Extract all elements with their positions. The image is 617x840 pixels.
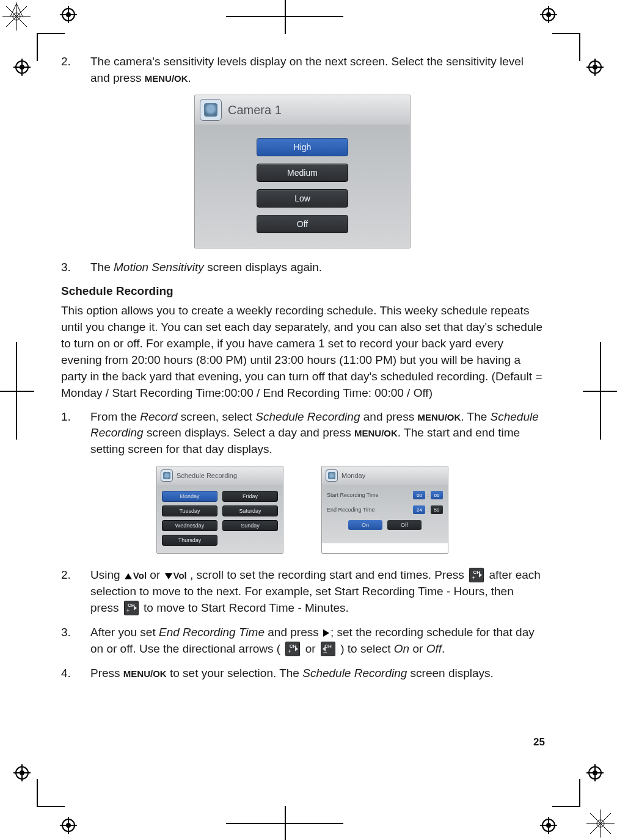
svg-point-31 [20, 65, 24, 70]
step-text: Press [90, 667, 123, 679]
menuok-label: MENU/OK [354, 428, 398, 438]
step-2: 2. The camera's sensitivity levels displ… [61, 54, 544, 86]
crop-mark-icon [0, 391, 34, 392]
day-friday[interactable]: Friday [222, 491, 278, 502]
ch-left-icon: CH− [321, 642, 335, 656]
step-text: or [302, 642, 318, 655]
menuok-label: MENU/OK [417, 412, 461, 422]
step-number: 2. [61, 54, 90, 86]
section-paragraph: This option allows you to create a weekl… [61, 303, 544, 402]
italic-term: Motion Sensitivity [114, 261, 204, 273]
day-monday[interactable]: Monday [162, 491, 217, 502]
step-text: After you set [90, 626, 159, 639]
ch-right-icon: CH+ [469, 568, 484, 582]
registration-starburst-icon [1, 1, 32, 32]
step-number: 2. [61, 567, 90, 616]
crop-mark-icon [37, 33, 38, 61]
day-saturday[interactable]: Saturday [222, 505, 278, 516]
manual-page: 2. The camera's sensitivity levels displ… [0, 0, 617, 840]
end-min[interactable]: 59 [431, 505, 443, 514]
day-wednesday[interactable]: Wednesday [162, 520, 217, 531]
step-text: and press [360, 410, 417, 423]
toggle-off[interactable]: Off [387, 520, 422, 530]
camera-icon [326, 469, 338, 482]
right-triangle-icon [323, 629, 329, 637]
step-text: . [188, 71, 191, 84]
vol-label: Vol [133, 570, 147, 581]
step-text: to set your selection. The [167, 667, 303, 679]
step-text: ) to select [337, 642, 394, 655]
svg-point-43 [593, 770, 597, 775]
svg-point-15 [66, 12, 71, 17]
start-min[interactable]: 00 [431, 491, 443, 499]
screenshot-title: Schedule Recording [177, 472, 237, 479]
crop-mark-icon [226, 16, 343, 17]
screenshot-header: Camera 1 [195, 95, 410, 125]
ch-right-icon: CH+ [285, 642, 300, 656]
registration-mark-icon [13, 764, 31, 781]
registration-mark-icon [60, 6, 77, 23]
step-text: From the [90, 410, 140, 423]
crop-mark-icon [16, 342, 17, 440]
option-medium[interactable]: Medium [257, 164, 348, 182]
step-text: screen displays. [407, 667, 494, 679]
crop-mark-icon [600, 342, 601, 440]
option-high[interactable]: High [257, 138, 348, 156]
step-2b: 2. Using Vol or Vol , scroll to set the … [61, 567, 544, 616]
registration-mark-icon [540, 6, 557, 23]
italic-term: On [394, 642, 409, 655]
step-3b: 3. After you set End Recording Time and … [61, 625, 544, 657]
step-text: or [409, 642, 426, 655]
crop-mark-icon [285, 0, 286, 34]
italic-term: Record [140, 410, 177, 423]
crop-mark-icon [579, 779, 580, 807]
option-off[interactable]: Off [257, 215, 348, 233]
day-thursday[interactable]: Thursday [162, 535, 217, 546]
crop-mark-icon [226, 823, 343, 824]
crop-mark-icon [552, 33, 580, 34]
menuok-label: MENU/OK [145, 73, 188, 84]
step-text: screen, select [178, 410, 256, 423]
day-sunday[interactable]: Sunday [222, 520, 278, 531]
menuok-label: MENU/OK [123, 668, 167, 679]
dual-screenshots: Schedule Recording Monday Friday Tuesday… [61, 466, 544, 554]
day-detail-screenshot: Monday Start Recording Time 00:00 End Re… [321, 466, 448, 554]
italic-term: Schedule Recording [255, 410, 360, 423]
start-time-label: Start Recording Time [327, 492, 379, 498]
registration-mark-icon [586, 59, 604, 76]
step-text: . The [461, 410, 490, 423]
crop-mark-icon [552, 806, 580, 807]
vol-label: Vol [173, 570, 187, 581]
registration-starburst-icon [585, 808, 616, 839]
option-low[interactable]: Low [257, 189, 348, 208]
crop-mark-icon [37, 779, 38, 807]
step-text: screen displays again. [204, 261, 322, 273]
registration-mark-icon [586, 764, 604, 781]
step-text: screen displays. Select a day and press [144, 426, 354, 439]
italic-term: Off [426, 642, 442, 655]
screenshot-title: Monday [341, 472, 365, 479]
step-text: Using [90, 568, 123, 581]
end-time-label: End Recoding Time [327, 507, 375, 513]
page-number: 25 [533, 736, 545, 748]
day-tuesday[interactable]: Tuesday [162, 505, 217, 516]
step-text: to move to Start Record Time - Minutes. [141, 601, 349, 614]
start-hour[interactable]: 00 [413, 491, 425, 499]
step-number: 3. [61, 259, 90, 276]
ch-right-icon: CH+ [124, 601, 139, 615]
step-text: , scroll to set the recording start and … [187, 568, 467, 581]
step-number: 3. [61, 625, 90, 657]
up-triangle-icon [125, 573, 132, 579]
down-triangle-icon [165, 573, 172, 579]
camera-icon [200, 99, 222, 121]
crop-mark-icon [37, 33, 65, 34]
svg-point-27 [546, 823, 551, 828]
step-text: or [147, 568, 163, 581]
end-hour[interactable]: 24 [413, 505, 425, 514]
toggle-on[interactable]: On [348, 520, 382, 530]
crop-mark-icon [579, 33, 580, 61]
registration-mark-icon [60, 817, 77, 834]
section-heading: Schedule Recording [61, 284, 544, 298]
screenshot-title: Camera 1 [228, 103, 282, 117]
registration-mark-icon [13, 59, 31, 76]
